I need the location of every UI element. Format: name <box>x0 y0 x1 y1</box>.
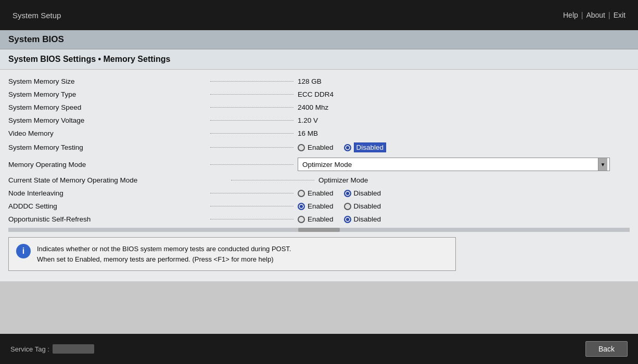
row-memory-type: System Memory Type ECC DDR4 <box>8 88 630 101</box>
radio-label-ni-disabled: Disabled <box>354 189 381 197</box>
service-tag-label: Service Tag : <box>10 345 49 353</box>
radio-label-opp-enabled: Enabled <box>308 215 334 223</box>
label-memory-voltage: System Memory Voltage <box>8 116 206 124</box>
scroll-thumb <box>298 228 340 232</box>
info-box: i Indicates whether or not the BIOS syst… <box>8 237 456 271</box>
radio-opportunistic-disabled[interactable]: Disabled <box>344 215 381 223</box>
label-video-memory: Video Memory <box>8 129 206 137</box>
row-operating-mode: Memory Operating Mode Optimizer Mode ▼ <box>8 155 630 174</box>
dots-node-interleaving <box>210 193 294 193</box>
scroll-area[interactable] <box>8 228 630 232</box>
row-current-mode: Current State of Memory Operating Mode O… <box>8 174 630 187</box>
label-memory-type: System Memory Type <box>8 90 206 98</box>
label-memory-speed: System Memory Speed <box>8 103 206 111</box>
dropdown-value: Optimizer Mode <box>300 161 598 168</box>
app-title: System Setup <box>12 11 61 20</box>
page-title: System BIOS Settings • Memory Settings <box>0 49 638 70</box>
radio-adddc-disabled[interactable]: Disabled <box>344 202 381 210</box>
radio-node-interleaving-enabled[interactable]: Enabled <box>298 189 334 197</box>
label-operating-mode: Memory Operating Mode <box>8 161 206 168</box>
bottom-bar: Service Tag : XXXXXXXX Back <box>0 334 638 364</box>
main-content: System Memory Size 128 GB System Memory … <box>0 70 638 281</box>
sep2: | <box>608 11 610 19</box>
service-tag-area: Service Tag : XXXXXXXX <box>10 344 94 354</box>
dropdown-arrow-icon: ▼ <box>598 158 607 171</box>
info-text: Indicates whether or not the BIOS system… <box>37 244 291 264</box>
top-bar: System Setup Help | About | Exit <box>0 0 638 30</box>
back-button[interactable]: Back <box>585 341 628 357</box>
radio-group-opportunistic: Enabled Disabled <box>298 215 630 223</box>
dots-operating-mode <box>210 164 294 165</box>
row-node-interleaving: Node Interleaving Enabled Disabled <box>8 187 630 200</box>
radio-group-adddc: Enabled Disabled <box>298 202 630 210</box>
dots-memory-voltage <box>210 120 294 121</box>
radio-circle-disabled <box>344 144 351 151</box>
info-line2: When set to Enabled, memory tests are pe… <box>37 255 273 263</box>
label-opportunistic: Opportunistic Self-Refresh <box>8 215 206 223</box>
dots-memory-type <box>210 94 294 95</box>
radio-adddc-enabled[interactable]: Enabled <box>298 202 334 210</box>
label-memory-size: System Memory Size <box>8 77 206 85</box>
value-memory-type: ECC DDR4 <box>298 90 630 98</box>
row-video-memory: Video Memory 16 MB <box>8 127 630 140</box>
dropdown-operating-mode[interactable]: Optimizer Mode ▼ <box>298 158 610 171</box>
label-current-mode: Current State of Memory Operating Mode <box>8 176 227 184</box>
radio-label-adddc-enabled: Enabled <box>308 202 334 210</box>
radio-label-ni-enabled: Enabled <box>308 189 334 197</box>
value-current-mode: Optimizer Mode <box>318 176 630 184</box>
info-icon: i <box>16 244 31 258</box>
value-video-memory: 16 MB <box>298 129 630 137</box>
radio-group-memory-testing: Enabled Disabled <box>298 142 630 152</box>
dots-adddc <box>210 206 294 206</box>
dots-memory-speed <box>210 107 294 108</box>
dots-memory-size <box>210 81 294 82</box>
radio-group-node-interleaving: Enabled Disabled <box>298 189 630 197</box>
label-adddc: ADDDC Setting <box>8 202 206 210</box>
row-memory-voltage: System Memory Voltage 1.20 V <box>8 114 630 127</box>
label-node-interleaving: Node Interleaving <box>8 189 206 197</box>
radio-label-opp-disabled: Disabled <box>354 215 381 223</box>
radio-label-adddc-disabled: Disabled <box>354 202 381 210</box>
exit-link[interactable]: Exit <box>614 11 626 19</box>
radio-node-interleaving-disabled[interactable]: Disabled <box>344 189 381 197</box>
row-memory-testing: System Memory Testing Enabled Disabled <box>8 140 630 155</box>
radio-circle-adddc-enabled <box>298 203 305 210</box>
row-adddc: ADDDC Setting Enabled Disabled <box>8 200 630 213</box>
dots-opportunistic <box>210 219 294 219</box>
info-line1: Indicates whether or not the BIOS system… <box>37 245 291 253</box>
sep1: | <box>581 11 583 19</box>
radio-label-disabled: Disabled <box>354 142 387 152</box>
value-memory-size: 128 GB <box>298 77 630 85</box>
dots-memory-testing <box>210 147 294 148</box>
radio-circle-enabled <box>298 144 305 151</box>
radio-memory-testing-disabled[interactable]: Disabled <box>344 142 387 152</box>
top-nav: Help | About | Exit <box>563 11 626 19</box>
section-header: System BIOS <box>0 30 638 49</box>
radio-circle-ni-enabled <box>298 190 305 197</box>
page-title-text: System BIOS Settings • Memory Settings <box>8 55 170 63</box>
service-tag-value: XXXXXXXX <box>53 344 94 354</box>
radio-memory-testing-enabled[interactable]: Enabled <box>298 144 334 151</box>
row-opportunistic: Opportunistic Self-Refresh Enabled Disab… <box>8 213 630 226</box>
dots-current-mode <box>231 180 314 180</box>
radio-circle-ni-disabled <box>344 190 351 197</box>
radio-circle-adddc-disabled <box>344 203 351 210</box>
dots-video-memory <box>210 133 294 134</box>
help-link[interactable]: Help <box>563 11 578 19</box>
row-memory-speed: System Memory Speed 2400 Mhz <box>8 101 630 114</box>
radio-opportunistic-enabled[interactable]: Enabled <box>298 215 334 223</box>
radio-circle-opp-disabled <box>344 216 351 223</box>
row-memory-size: System Memory Size 128 GB <box>8 75 630 88</box>
about-link[interactable]: About <box>586 11 605 19</box>
radio-circle-opp-enabled <box>298 216 305 223</box>
radio-label-enabled: Enabled <box>308 144 334 151</box>
section-title: System BIOS <box>8 34 64 44</box>
label-memory-testing: System Memory Testing <box>8 144 206 151</box>
value-memory-voltage: 1.20 V <box>298 116 630 124</box>
value-memory-speed: 2400 Mhz <box>298 103 630 111</box>
